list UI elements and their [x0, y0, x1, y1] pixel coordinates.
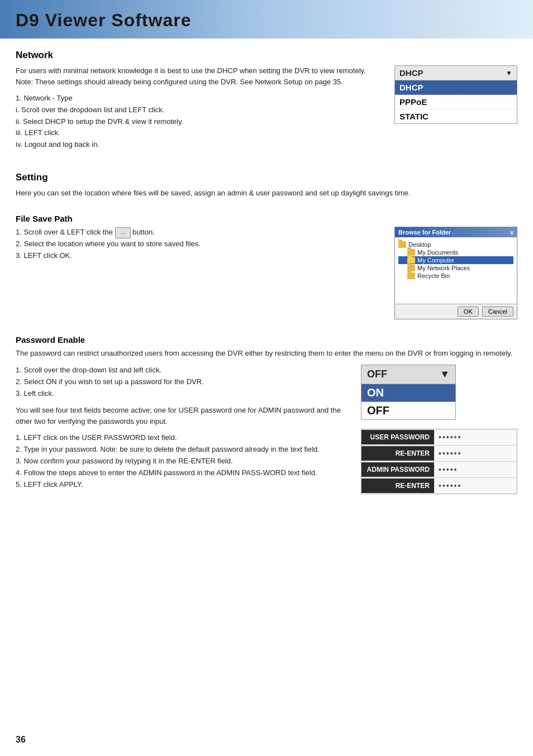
- admin-reenter-row: RE-ENTER ••••••: [361, 478, 517, 494]
- dhcp-item-static[interactable]: STATIC: [395, 109, 517, 123]
- user-password-value[interactable]: ••••••: [434, 429, 466, 445]
- network-step-2: i. Scroll over the dropdown list and LEF…: [16, 104, 383, 116]
- password-description2: You will see four text fields become act…: [16, 405, 350, 427]
- password-fields-box: USER PASSWORD •••••• RE-ENTER •••••• ADM…: [361, 429, 517, 494]
- browse-item-label: Desktop: [408, 241, 431, 248]
- on-off-item-off[interactable]: OFF: [361, 402, 455, 419]
- network-steps: 1. Network - Type i. Scroll over the dro…: [16, 93, 383, 151]
- on-off-item-on[interactable]: ON: [361, 384, 455, 402]
- file-save-path-heading: File Save Path: [16, 214, 517, 223]
- browse-item-mynetwork[interactable]: My Network Places: [398, 264, 513, 272]
- file-save-step-1: 1. Scroll over & LEFT click the ··· butt…: [16, 227, 383, 238]
- browse-item-recyclebin[interactable]: Recycle Bin: [398, 272, 513, 280]
- dhcp-selected-item[interactable]: DHCP: [395, 80, 517, 95]
- network-step-1: 1. Network - Type: [16, 93, 383, 104]
- network-step-5: iv. Logout and log back in.: [16, 139, 383, 151]
- pw-step2-5: 5. LEFT click APPLY.: [16, 479, 350, 491]
- dhcp-item-pppoe[interactable]: PPPoE: [395, 95, 517, 109]
- folder-icon: [398, 241, 406, 248]
- pw-step2-4: 4. Follow the steps above to enter the A…: [16, 467, 350, 479]
- setting-heading: Setting: [16, 172, 517, 183]
- user-reenter-label: RE-ENTER: [361, 446, 434, 461]
- password-steps2: 1. LEFT click on the USER PASSWORD text …: [16, 432, 350, 490]
- page-title: D9 Viewer Software: [16, 10, 517, 31]
- on-off-top-label: OFF: [367, 369, 387, 380]
- browse-item-desktop[interactable]: Desktop: [398, 241, 513, 248]
- browse-item-mydocs[interactable]: My Documents: [398, 248, 513, 256]
- dhcp-top-label: DHCP: [399, 68, 423, 78]
- admin-reenter-value[interactable]: ••••••: [434, 478, 466, 494]
- user-reenter-value[interactable]: ••••••: [434, 446, 466, 461]
- password-description1: The password can restrict unauthorized u…: [16, 348, 517, 359]
- file-save-step-3: 3. LEFT click OK.: [16, 250, 383, 262]
- browse-item-label: Recycle Bin: [417, 272, 450, 279]
- browse-cancel-button[interactable]: Cancel: [482, 307, 513, 317]
- admin-reenter-label: RE-ENTER: [361, 479, 434, 493]
- network-heading: Network: [16, 50, 517, 61]
- setting-description: Here you can set the location where file…: [16, 188, 517, 199]
- password-enable-section: Password Enable The password can restric…: [16, 335, 517, 496]
- pw-step1-1: 1. Scroll over the drop-down list and le…: [16, 365, 350, 376]
- pw-step2-2: 2. Type in your password. Note: be sure …: [16, 444, 350, 456]
- browse-body: Desktop My Documents My Computer: [395, 237, 517, 304]
- page-header: D9 Viewer Software: [0, 0, 533, 39]
- on-off-arrow-icon[interactable]: ▼: [440, 369, 450, 380]
- browse-dialog: Browse for Folder x Desktop My Documents: [394, 227, 517, 319]
- browse-item-mycomputer[interactable]: My Computer: [398, 256, 513, 264]
- on-off-dropdown[interactable]: OFF ▼ ON OFF: [361, 365, 456, 420]
- admin-password-value[interactable]: •••••: [434, 462, 463, 477]
- file-save-step-2: 2. Select the location where you want to…: [16, 238, 383, 250]
- browse-title-label: Browse for Folder: [398, 229, 451, 236]
- browse-button[interactable]: ···: [115, 227, 131, 238]
- dhcp-top-bar[interactable]: DHCP ▼: [395, 66, 517, 80]
- password-steps1: 1. Scroll over the drop-down list and le…: [16, 365, 350, 399]
- setting-section: Setting Here you can set the location wh…: [16, 172, 517, 199]
- pw-step2-3: 3. Now confirm your password by retyping…: [16, 456, 350, 467]
- browse-title-bar: Browse for Folder x: [395, 227, 517, 237]
- user-password-row: USER PASSWORD ••••••: [361, 429, 517, 446]
- admin-password-label: ADMIN PASSWORD: [361, 462, 434, 477]
- file-save-path-section: File Save Path 1. Scroll over & LEFT cli…: [16, 214, 517, 319]
- admin-password-row: ADMIN PASSWORD •••••: [361, 462, 517, 478]
- browse-item-label: My Computer: [417, 257, 454, 264]
- network-section: Network For users with minimal network k…: [16, 50, 517, 156]
- page-number: 36: [16, 735, 26, 745]
- network-step-4: iii. LEFT click.: [16, 127, 383, 139]
- browse-item-label: My Network Places: [417, 265, 470, 271]
- browse-item-label: My Documents: [417, 249, 458, 256]
- on-off-top-bar[interactable]: OFF ▼: [361, 365, 455, 384]
- pw-step2-1: 1. LEFT click on the USER PASSWORD text …: [16, 432, 350, 444]
- pw-step1-2: 2. Select ON if you wish to set up a pas…: [16, 376, 350, 388]
- user-password-label: USER PASSWORD: [361, 430, 434, 444]
- dhcp-dropdown[interactable]: DHCP ▼ DHCP PPPoE STATIC: [394, 65, 517, 124]
- file-save-steps: 1. Scroll over & LEFT click the ··· butt…: [16, 227, 383, 261]
- network-step-3: ii. Select DHCP to setup the DVR & view …: [16, 116, 383, 128]
- browse-close-button[interactable]: x: [510, 229, 513, 236]
- user-reenter-row: RE-ENTER ••••••: [361, 446, 517, 462]
- dhcp-arrow-icon[interactable]: ▼: [506, 69, 512, 77]
- folder-icon: [407, 272, 415, 279]
- network-description: For users with minimal network knowledge…: [16, 65, 383, 87]
- browse-footer: OK Cancel: [395, 304, 517, 319]
- browse-ok-button[interactable]: OK: [458, 307, 479, 317]
- pw-step1-3: 3. Left click.: [16, 388, 350, 400]
- password-enable-heading: Password Enable: [16, 335, 517, 344]
